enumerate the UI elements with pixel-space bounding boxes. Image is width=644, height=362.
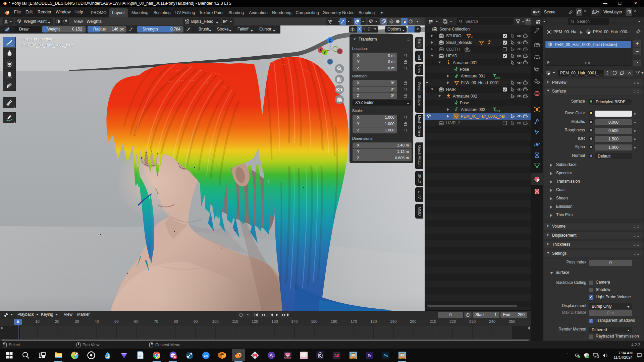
svg-text:9+: 9+: [173, 356, 176, 359]
svg-text:Ps: Ps: [384, 354, 388, 358]
svg-text:BLACK DRIVE: BLACK DRIVE: [399, 358, 406, 359]
svg-text:P₂: P₂: [269, 354, 273, 357]
svg-text:zm: zm: [204, 354, 208, 357]
svg-text:Z: Z: [329, 38, 331, 42]
svg-text:X: X: [319, 48, 322, 52]
svg-text:BLACK DRIVE: BLACK DRIVE: [350, 358, 357, 359]
svg-text:Pae Browser: Pae Browser: [284, 357, 291, 359]
svg-text:AS: AS: [334, 354, 339, 358]
svg-text:Y: Y: [323, 50, 326, 54]
svg-text:Pr: Pr: [368, 354, 371, 358]
